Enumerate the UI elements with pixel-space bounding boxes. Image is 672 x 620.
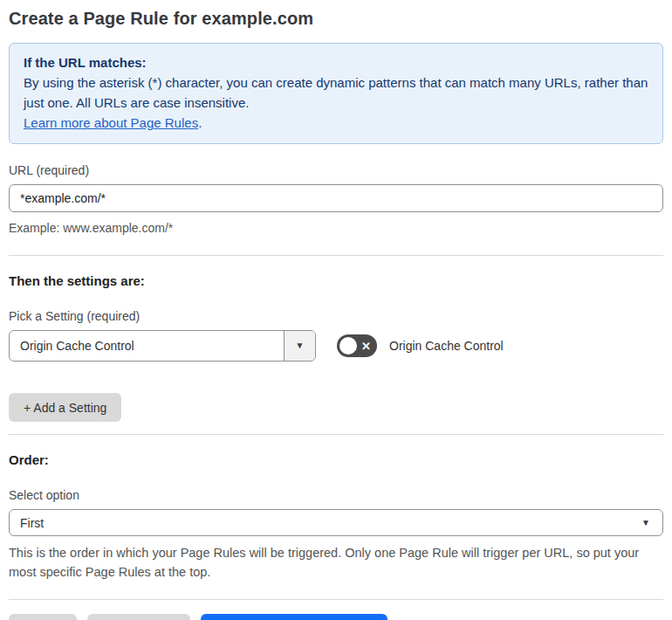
- order-section-heading: Order:: [9, 452, 663, 467]
- page-title: Create a Page Rule for example.com: [9, 9, 663, 29]
- footer-actions: Cancel Save as Draft Save and Deploy Pag…: [9, 614, 663, 620]
- info-box-link-line: Learn more about Page Rules.: [24, 113, 648, 133]
- pick-setting-label: Pick a Setting (required): [9, 309, 663, 323]
- setting-row: Origin Cache Control ▼ ✕ Origin Cache Co…: [9, 330, 663, 362]
- url-input[interactable]: [9, 184, 663, 212]
- setting-dropdown-value: Origin Cache Control: [10, 331, 284, 361]
- order-help-text: This is the order in which your Page Rul…: [9, 543, 663, 582]
- setting-dropdown-button[interactable]: ▼: [284, 331, 315, 361]
- setting-dropdown[interactable]: Origin Cache Control ▼: [9, 330, 316, 362]
- divider: [9, 599, 663, 600]
- url-example-text: Example: www.example.com/*: [9, 219, 663, 238]
- order-select[interactable]: First ▼: [9, 509, 663, 536]
- learn-more-link[interactable]: Learn more about Page Rules: [24, 115, 198, 130]
- toggle-label: Origin Cache Control: [389, 339, 504, 353]
- cancel-button[interactable]: Cancel: [9, 614, 77, 620]
- info-box-heading: If the URL matches:: [24, 52, 648, 72]
- divider: [9, 434, 663, 435]
- toggle-knob: [339, 337, 357, 355]
- url-match-info-box: If the URL matches: By using the asteris…: [9, 43, 663, 144]
- origin-cache-control-toggle[interactable]: ✕: [337, 334, 377, 357]
- select-option-label: Select option: [9, 488, 663, 502]
- x-icon: ✕: [361, 341, 371, 352]
- chevron-down-icon: ▼: [641, 519, 650, 527]
- link-suffix: .: [198, 115, 202, 130]
- save-as-draft-button[interactable]: Save as Draft: [87, 614, 191, 620]
- add-setting-button[interactable]: + Add a Setting: [9, 393, 121, 422]
- divider: [9, 255, 663, 256]
- create-page-rule-form: Create a Page Rule for example.com If th…: [0, 0, 672, 620]
- settings-section-heading: Then the settings are:: [9, 273, 663, 288]
- chevron-down-icon: ▼: [296, 341, 305, 350]
- url-label: URL (required): [9, 163, 663, 177]
- save-and-deploy-button[interactable]: Save and Deploy Page Rule: [201, 614, 387, 620]
- info-box-body: By using the asterisk (*) character, you…: [24, 72, 648, 113]
- order-select-value: First: [20, 516, 641, 530]
